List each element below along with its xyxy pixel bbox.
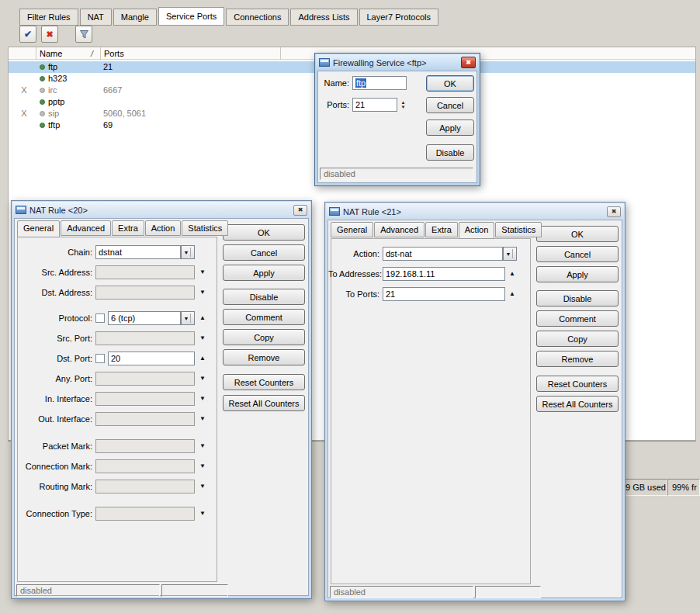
ok-button[interactable]: OK (536, 226, 619, 242)
src-port-input[interactable] (95, 331, 195, 345)
copy-button[interactable]: Copy (536, 331, 619, 347)
protocol-label: Protocol: (16, 313, 92, 323)
discard-changes-button[interactable]: ✖ (41, 26, 58, 43)
action-dropdown-button[interactable]: ▼ (503, 247, 517, 261)
tab-general[interactable]: General (17, 220, 60, 237)
to-addresses-input[interactable]: 192.168.1.11 (383, 267, 505, 281)
comment-button[interactable]: Comment (536, 310, 619, 327)
nat21-titlebar[interactable]: NAT Rule <21> ✖ (326, 203, 624, 220)
reset-counters-button[interactable]: Reset Counters (536, 376, 619, 392)
service-dialog-titlebar[interactable]: Firewalling Service <ftp> ✖ (316, 54, 479, 71)
filter-button[interactable] (75, 26, 92, 43)
tab-address-lists[interactable]: Address Lists (290, 9, 357, 26)
apply-button[interactable]: Apply (426, 119, 474, 136)
apply-button[interactable]: Apply (536, 266, 619, 282)
disable-button[interactable]: Disable (223, 289, 305, 305)
tab-filter-rules[interactable]: Filter Rules (19, 9, 78, 26)
reset-all-counters-button[interactable]: Reset All Counters (536, 396, 619, 412)
reset-counters-button[interactable]: Reset Counters (223, 374, 305, 390)
dst-port-input[interactable]: 20 (108, 352, 195, 365)
column-header-ports[interactable]: Ports (104, 49, 124, 58)
nat20-titlebar[interactable]: NAT Rule <20> ✖ (12, 202, 310, 218)
tab-general[interactable]: General (331, 222, 373, 237)
status-text: disabled (334, 587, 366, 597)
tab-advanced[interactable]: Advanced (374, 222, 425, 237)
close-button[interactable]: ✖ (293, 205, 307, 216)
service-dialog-body: Name: ftp Ports: 21 ▲ ▼ OK Cancel Apply … (317, 71, 477, 183)
disable-button[interactable]: Disable (536, 290, 619, 306)
tab-service-ports[interactable]: Service Ports (158, 7, 224, 26)
cancel-button[interactable]: Cancel (223, 244, 305, 261)
chevron-down-icon[interactable]: ▼ (199, 289, 206, 296)
negate-checkbox[interactable] (95, 354, 105, 363)
tab-connections[interactable]: Connections (226, 9, 289, 26)
tab-statistics[interactable]: Statistics (182, 220, 228, 236)
chevron-down-icon[interactable]: ▼ (199, 335, 206, 341)
copy-button[interactable]: Copy (223, 329, 305, 345)
tab-advanced[interactable]: Advanced (61, 220, 111, 236)
cancel-button[interactable]: Cancel (536, 246, 619, 262)
tab-statistics[interactable]: Statistics (495, 222, 542, 237)
tab-extra[interactable]: Extra (112, 220, 144, 236)
reset-all-counters-button[interactable]: Reset All Counters (223, 395, 305, 411)
chevron-down-icon[interactable]: ▼ (199, 483, 206, 490)
name-input[interactable]: ftp (352, 76, 407, 90)
to-ports-input[interactable]: 21 (383, 287, 505, 301)
column-header-name[interactable]: Name (40, 49, 62, 58)
out-interface-input[interactable] (95, 412, 195, 426)
negate-checkbox[interactable] (95, 313, 105, 323)
column-divider[interactable] (36, 47, 36, 60)
tab-extra[interactable]: Extra (425, 222, 458, 237)
tab-nat[interactable]: NAT (80, 9, 112, 26)
chevron-down-icon[interactable]: ▼ (199, 416, 206, 422)
column-divider[interactable] (280, 47, 281, 60)
chevron-down-icon: ▼ (184, 250, 189, 255)
chevron-up-icon[interactable]: ▲ (509, 271, 515, 277)
disable-button[interactable]: Disable (426, 144, 474, 161)
chevron-up-icon[interactable]: ▲ (199, 355, 206, 362)
chevron-down-icon[interactable]: ▼ (199, 269, 206, 275)
field-packet-mark: Packet Mark: ▼ (15, 439, 308, 453)
close-button[interactable]: ✖ (607, 206, 621, 217)
chain-input[interactable]: dstnat (95, 245, 181, 259)
name-label: Name: (320, 78, 349, 88)
ports-input[interactable]: 21 (352, 98, 397, 112)
any-port-input[interactable] (95, 372, 195, 386)
apply-button[interactable]: Apply (223, 265, 305, 281)
routing-mark-input[interactable] (95, 480, 195, 494)
tab-layer7-protocols[interactable]: Layer7 Protocols (359, 9, 439, 26)
packet-mark-input[interactable] (95, 439, 195, 453)
dst-address-input[interactable] (95, 286, 195, 300)
chevron-down-icon[interactable]: ▼ (199, 463, 206, 469)
chain-dropdown-button[interactable]: ▼ (181, 245, 195, 259)
cancel-button[interactable]: Cancel (426, 97, 474, 113)
tab-action[interactable]: Action (459, 222, 495, 239)
connection-mark-input[interactable] (95, 459, 195, 473)
comment-button[interactable]: Comment (223, 309, 305, 325)
ok-button[interactable]: OK (223, 224, 305, 241)
column-divider[interactable] (100, 47, 101, 60)
field-connection-mark: Connection Mark: ▼ (15, 459, 308, 473)
row-name: pptp (48, 97, 64, 106)
chevron-up-icon[interactable]: ▲ (199, 315, 206, 321)
remove-button[interactable]: Remove (223, 349, 305, 365)
action-input[interactable]: dst-nat (383, 247, 503, 261)
chevron-down-icon[interactable]: ▼ (199, 443, 206, 449)
ports-spinner[interactable]: ▲ ▼ (398, 98, 408, 112)
tab-action[interactable]: Action (145, 220, 182, 236)
chevron-down-icon[interactable]: ▼ (199, 511, 206, 517)
dialog-title: Firewalling Service <ftp> (333, 58, 458, 68)
protocol-dropdown-button[interactable]: ▼ (181, 311, 195, 325)
in-interface-input[interactable] (95, 392, 195, 406)
tab-mangle[interactable]: Mangle (113, 9, 157, 26)
chevron-down-icon[interactable]: ▼ (199, 396, 206, 402)
chevron-up-icon[interactable]: ▲ (509, 291, 515, 297)
protocol-input[interactable]: 6 (tcp) (108, 311, 181, 325)
connection-type-input[interactable] (95, 507, 195, 521)
close-button[interactable]: ✖ (461, 57, 476, 68)
src-address-input[interactable] (95, 265, 195, 279)
remove-button[interactable]: Remove (536, 351, 619, 367)
ok-button[interactable]: OK (426, 75, 474, 92)
apply-changes-button[interactable]: ✔ (19, 26, 36, 43)
chevron-down-icon[interactable]: ▼ (199, 376, 206, 382)
